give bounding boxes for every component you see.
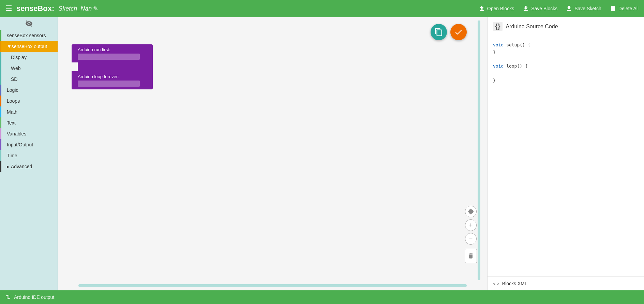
workspace[interactable]: Arduino run first: Arduino loop forever:… xyxy=(58,17,487,290)
sidebar-item-sensebox-sensors[interactable]: senseBox sensors xyxy=(0,30,58,41)
code-panel-header: {} Arduino Source Code xyxy=(488,17,644,36)
workspace-float-buttons xyxy=(431,24,467,40)
topbar-left: ☰ senseBox: Sketch_Nan ✎ xyxy=(5,4,473,13)
xml-toggle-button[interactable]: < > xyxy=(493,281,499,286)
block-bridge xyxy=(78,62,153,71)
trash-button[interactable] xyxy=(465,249,477,263)
topbar: ☰ senseBox: Sketch_Nan ✎ Open Blocks Sav… xyxy=(0,0,644,17)
code-panel-footer: < > Blocks XML xyxy=(488,276,644,290)
bottombar: ⇅ Arduino IDE output xyxy=(0,290,644,304)
hide-sidebar-button[interactable] xyxy=(0,17,58,30)
sidebar-item-time[interactable]: Time xyxy=(0,150,58,161)
sketch-name: Sketch_Nan ✎ xyxy=(58,5,98,12)
save-sketch-button[interactable]: Save Sketch xyxy=(566,5,601,12)
code-icon: {} xyxy=(493,22,503,31)
main-content: senseBox sensors senseBox output Display… xyxy=(0,17,644,290)
verify-button[interactable] xyxy=(450,24,467,40)
copy-button[interactable] xyxy=(431,24,447,40)
block-loop-connector xyxy=(78,81,140,87)
zoom-out-button[interactable]: − xyxy=(465,233,477,245)
code-line-1: void setup() { xyxy=(493,42,639,49)
arduino-ide-icon: ⇅ xyxy=(5,293,11,301)
blocks-area: Arduino run first: Arduino loop forever: xyxy=(72,44,153,89)
edit-icon[interactable]: ✎ xyxy=(93,5,98,12)
open-blocks-button[interactable]: Open Blocks xyxy=(478,5,514,12)
sidebar-item-logic[interactable]: Logic xyxy=(0,85,58,96)
sidebar-item-variables[interactable]: Variables xyxy=(0,128,58,139)
app-title: senseBox: xyxy=(16,4,54,13)
code-line-4: void loop() { xyxy=(493,63,639,70)
save-blocks-button[interactable]: Save Blocks xyxy=(522,5,557,12)
sidebar-item-web[interactable]: Web xyxy=(0,63,58,74)
code-panel-title: Arduino Source Code xyxy=(506,24,558,30)
code-area: void setup() { } void loop() { } xyxy=(488,36,644,276)
sidebar-item-inputoutput[interactable]: Input/Output xyxy=(0,139,58,150)
workspace-controls: + − xyxy=(465,206,477,263)
horizontal-scrollbar[interactable] xyxy=(78,284,467,287)
block-group: Arduino run first: Arduino loop forever: xyxy=(72,44,153,89)
block-run[interactable]: Arduino run first: xyxy=(72,44,153,62)
code-line-5 xyxy=(493,70,639,77)
recenter-button[interactable] xyxy=(465,206,477,217)
vertical-scrollbar[interactable] xyxy=(478,20,480,280)
delete-all-button[interactable]: Delete All xyxy=(610,5,639,12)
bottombar-label: Arduino IDE output xyxy=(14,294,54,300)
zoom-in-button[interactable]: + xyxy=(465,219,477,231)
right-panel: {} Arduino Source Code void setup() { } … xyxy=(487,17,644,290)
sidebar-item-advanced[interactable]: Advanced xyxy=(0,161,58,172)
sidebar-item-math[interactable]: Math xyxy=(0,106,58,117)
block-run-connector xyxy=(78,54,140,60)
sidebar: senseBox sensors senseBox output Display… xyxy=(0,17,58,290)
code-line-6: } xyxy=(493,77,639,84)
sidebar-item-sensebox-output[interactable]: senseBox output xyxy=(0,41,58,52)
sidebar-item-display[interactable]: Display xyxy=(0,52,58,63)
sidebar-item-sd[interactable]: SD xyxy=(0,74,58,85)
sidebar-item-text[interactable]: Text xyxy=(0,117,58,128)
block-loop[interactable]: Arduino loop forever: xyxy=(72,71,153,89)
xml-label: Blocks XML xyxy=(502,281,527,286)
topbar-right: Open Blocks Save Blocks Save Sketch Dele… xyxy=(478,5,639,12)
code-line-2: } xyxy=(493,49,639,56)
code-line-3 xyxy=(493,56,639,63)
menu-icon[interactable]: ☰ xyxy=(5,4,12,13)
sidebar-item-loops[interactable]: Loops xyxy=(0,96,58,106)
